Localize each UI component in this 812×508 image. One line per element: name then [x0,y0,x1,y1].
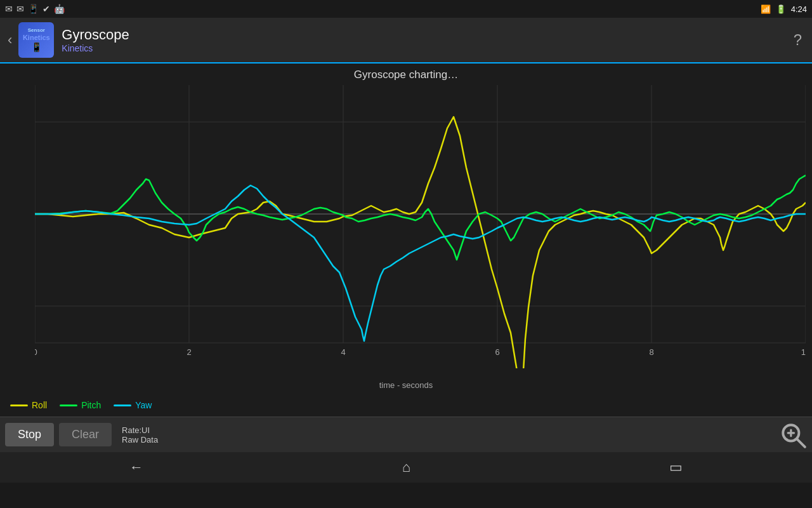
android-icon: 🤖 [54,4,65,14]
pitch-legend-line [60,404,77,406]
clock: 4:24 [791,4,807,14]
recents-nav-button[interactable]: ▭ [644,454,708,481]
legend-roll: Roll [10,400,47,410]
roll-label: Roll [32,400,47,410]
back-button[interactable]: ‹ [8,32,12,48]
clear-button[interactable]: Clear [59,423,112,446]
back-nav-button[interactable]: ← [104,454,169,481]
wifi-icon: 📶 [761,4,771,14]
yaw-legend-line [114,404,131,406]
stop-button[interactable]: Stop [5,423,54,446]
zoom-icon [779,421,807,449]
pitch-label: Pitch [81,400,101,410]
svg-text:8: 8 [649,347,653,357]
rate-info: Rate:UI Raw Data [122,425,158,444]
status-bar: ✉ ✉ 📱 ✔ 🤖 📶 🔋 4:24 [0,0,812,18]
x-axis-label: time - seconds [0,380,812,390]
legend-pitch: Pitch [60,400,101,410]
rate-label: Rate:UI [122,425,158,435]
app-bar: ‹ Sensor Kinetics 📱 Gyroscope Kinetics ? [0,18,812,64]
chart-container: Gyroscope charting… rotation speed - rad… [0,64,812,394]
zoom-button[interactable] [779,421,807,449]
app-title: Gyroscope [62,27,129,43]
chart-svg: 5 0 -5 0 2 4 6 8 10 [35,85,806,368]
svg-text:2: 2 [187,347,191,357]
home-nav-button[interactable]: ⌂ [377,454,436,481]
battery-icon: 🔋 [776,4,786,14]
legend-yaw: Yaw [114,400,152,410]
svg-line-21 [797,439,805,447]
chart-svg-wrapper: 5 0 -5 0 2 4 6 8 10 [35,85,806,368]
email-icon: ✉ [5,4,13,14]
raw-data-label: Raw Data [122,435,158,444]
chart-title: Gyroscope charting… [0,69,812,81]
svg-rect-0 [35,85,806,368]
app-logo: Sensor Kinetics 📱 [18,22,54,58]
roll-legend-line [10,404,28,406]
yaw-label: Yaw [135,400,152,410]
app-subtitle: Kinetics [62,43,129,53]
help-button[interactable]: ? [794,31,802,49]
svg-text:4: 4 [341,347,345,357]
bottom-bar: Stop Clear Rate:UI Raw Data [0,417,812,452]
status-bar-left: ✉ ✉ 📱 ✔ 🤖 [5,4,65,14]
svg-text:10: 10 [801,347,806,357]
svg-text:6: 6 [495,347,499,357]
task-icon: ✔ [43,4,50,14]
email2-icon: ✉ [16,4,24,14]
nav-bar: ← ⌂ ▭ [0,452,812,483]
legend: Roll Pitch Yaw [0,394,812,417]
status-bar-right: 📶 🔋 4:24 [761,4,807,14]
phone-icon: 📱 [28,4,39,14]
app-title-group: Gyroscope Kinetics [62,27,129,53]
svg-text:0: 0 [35,347,37,357]
